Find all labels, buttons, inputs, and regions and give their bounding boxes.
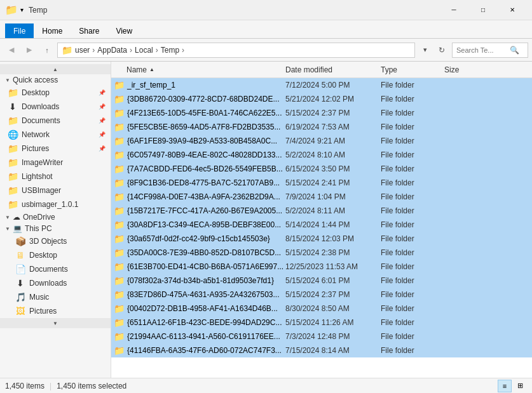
sidebar-item-label: Downloads	[22, 102, 93, 111]
col-header-name[interactable]: Name ▲	[114, 65, 285, 74]
search-icon: 🔍	[510, 46, 519, 55]
view-tiles-button[interactable]: ⊞	[513, 380, 527, 392]
sidebar-item-downloads[interactable]: ⬇ Downloads 📌	[0, 100, 111, 114]
3dobjects-icon: 📦	[15, 236, 25, 246]
pin-icon: 📌	[99, 90, 106, 96]
quick-access-group[interactable]: ▼ Quick access	[0, 74, 111, 86]
col-header-type[interactable]: Type	[381, 65, 444, 74]
address-dropdown-button[interactable]: ▾	[418, 43, 433, 58]
file-name-cell: 📁 {14CF998A-D0E7-43BA-A9FA-2362B2D9A...	[114, 192, 285, 202]
table-row[interactable]: 📁 {41146FBA-6A35-47F6-AD60-072AC747F3...…	[111, 343, 532, 357]
file-type-cell: File folder	[381, 290, 444, 299]
sidebar-item-usbimager[interactable]: 📁 USBImager	[0, 183, 111, 197]
file-list[interactable]: 📁 _ir_sf_temp_1 7/12/2024 5:00 PM File f…	[111, 78, 532, 378]
tab-share[interactable]: Share	[71, 23, 107, 38]
sidebar-item-label: usbimager_1.0.1	[22, 200, 106, 209]
expand-icon: ▼	[5, 226, 10, 232]
file-name-cell: 📁 {30a657df-0d2f-cc42-9bf9-c15cb145503e}	[114, 234, 285, 244]
table-row[interactable]: 📁 _ir_sf_temp_1 7/12/2024 5:00 PM File f…	[111, 78, 532, 92]
table-row[interactable]: 📁 {30A8DF13-C349-4ECA-895B-DEBF38E00... …	[111, 218, 532, 232]
folder-icon: 📁	[114, 122, 125, 132]
expand-icon: ▼	[5, 77, 10, 83]
forward-button[interactable]: ▶	[22, 43, 37, 58]
sidebar-item-pictures2[interactable]: 🖼 Pictures	[0, 304, 111, 318]
sidebar-item-desktop2[interactable]: 🖥 Desktop	[0, 248, 111, 262]
col-header-modified[interactable]: Date modified	[285, 65, 381, 74]
file-name-cell: 📁 {6C057497-80B9-4EAE-802C-48028DD133...	[114, 150, 285, 160]
tab-view[interactable]: View	[107, 23, 140, 38]
sidebar-item-desktop[interactable]: 📁 Desktop 📌	[0, 86, 111, 100]
file-name-cell: 📁 {30A8DF13-C349-4ECA-895B-DEBF38E00...	[114, 220, 285, 230]
view-details-button[interactable]: ≡	[498, 380, 512, 392]
sidebar-scroll-up[interactable]: ▲	[0, 64, 111, 74]
folder-icon: 📁	[114, 317, 125, 328]
file-modified-cell: 5/15/2024 2:41 PM	[285, 178, 381, 187]
table-row[interactable]: 📁 {7A7ACBDD-FED6-4ec5-BD26-5549FEB5B... …	[111, 162, 532, 176]
sidebar-scroll-down[interactable]: ▼	[0, 318, 111, 328]
sidebar-item-label: USBImager	[22, 186, 106, 195]
table-row[interactable]: 📁 {21994AAC-6113-4941-A560-C6191176EE...…	[111, 330, 532, 343]
path-appdata: AppData	[97, 46, 127, 55]
file-name: {41146FBA-6A35-47F6-AD60-072AC747F3...	[127, 346, 282, 355]
table-row[interactable]: 📁 {5FE5CB5E-8659-4AD5-A7F8-FD2BD3535... …	[111, 120, 532, 134]
col-name-label: Name	[126, 65, 147, 74]
table-row[interactable]: 📁 {30a657df-0d2f-cc42-9bf9-c15cb145503e}…	[111, 232, 532, 246]
folder-icon: 📁	[114, 192, 125, 202]
file-modified-cell: 8/15/2024 12:03 PM	[285, 234, 381, 243]
table-row[interactable]: 📁 {15B7217E-7FCC-417A-A260-B67E9A2005...…	[111, 204, 532, 218]
title-bar-icons: 📁 ▾	[5, 4, 24, 16]
close-button[interactable]: ✕	[498, 0, 527, 20]
tab-home[interactable]: Home	[34, 23, 71, 38]
sidebar-item-network[interactable]: 🌐 Network 📌	[0, 128, 111, 142]
pin-icon: 📌	[99, 145, 106, 152]
sidebar-item-music[interactable]: 🎵 Music	[0, 290, 111, 304]
table-row[interactable]: 📁 {35DA00C8-7E39-4BB0-852D-D8107BC5D... …	[111, 246, 532, 260]
sidebar-item-lightshot[interactable]: 📁 Lightshot	[0, 170, 111, 183]
back-button[interactable]: ◀	[4, 43, 19, 58]
content-area: Name ▲ Date modified Type Size 📁 _ir_sf_…	[111, 62, 532, 378]
table-row[interactable]: 📁 {8F9C1B36-DED8-4775-BA7C-521707AB9... …	[111, 176, 532, 190]
file-modified-cell: 6/19/2024 7:53 AM	[285, 123, 381, 131]
sidebar-item-imagewriter[interactable]: 📁 ImageWriter	[0, 156, 111, 170]
file-name-cell: 📁 {078f302a-374d-b34b-a5b1-81d9503e7fd1}	[114, 276, 285, 286]
column-headers: Name ▲ Date modified Type Size	[111, 62, 532, 78]
table-row[interactable]: 📁 {4F213E65-10D5-45FE-B0A1-746CA622E5...…	[111, 106, 532, 120]
file-type-cell: File folder	[381, 178, 444, 187]
thispc-group[interactable]: ▼ 💻 This PC	[0, 223, 111, 234]
ribbon-tabs: File Home Share View	[0, 20, 532, 38]
file-type-cell: File folder	[381, 123, 444, 131]
table-row[interactable]: 📁 {83E7D86D-475A-4631-A935-2A43267503...…	[111, 288, 532, 302]
table-row[interactable]: 📁 {6C057497-80B9-4EAE-802C-48028DD133...…	[111, 148, 532, 162]
table-row[interactable]: 📁 {3DB86720-0309-4772-8CD7-68DBD24DE... …	[111, 92, 532, 106]
address-path[interactable]: 📁 user › AppData › Local › Temp ›	[57, 43, 415, 58]
file-name: {4F213E65-10D5-45FE-B0A1-746CA622E5...	[127, 109, 282, 117]
quick-access-icon: ▾	[20, 6, 24, 13]
path-local: Local	[135, 46, 153, 55]
sidebar-item-3dobjects[interactable]: 📦 3D Objects	[0, 234, 111, 248]
minimize-button[interactable]: ─	[439, 0, 468, 20]
search-input[interactable]	[456, 46, 507, 54]
sidebar-item-usbimager2[interactable]: 📁 usbimager_1.0.1	[0, 197, 111, 211]
refresh-button[interactable]: ↻	[434, 43, 449, 58]
sidebar-item-documents[interactable]: 📁 Documents 📌	[0, 114, 111, 128]
sidebar-item-pictures[interactable]: 📁 Pictures 📌	[0, 142, 111, 156]
folder-icon: 🖼	[15, 306, 25, 316]
search-box[interactable]: 🔍	[452, 43, 528, 58]
file-name-cell: 📁 {35DA00C8-7E39-4BB0-852D-D8107BC5D...	[114, 248, 285, 258]
maximize-button[interactable]: □	[468, 0, 498, 20]
sidebar-item-downloads2[interactable]: ⬇ Downloads	[0, 276, 111, 290]
table-row[interactable]: 📁 {6511AA12-6F1B-423C-BEDE-994DAD29C... …	[111, 316, 532, 330]
table-row[interactable]: 📁 {078f302a-374d-b34b-a5b1-81d9503e7fd1}…	[111, 274, 532, 288]
file-type-cell: File folder	[381, 262, 444, 271]
sidebar-item-documents2[interactable]: 📄 Documents	[0, 262, 111, 276]
table-row[interactable]: 📁 {14CF998A-D0E7-43BA-A9FA-2362B2D9A... …	[111, 190, 532, 204]
file-modified-cell: 5/15/2024 2:37 PM	[285, 109, 381, 117]
col-header-size[interactable]: Size	[444, 65, 529, 74]
up-button[interactable]: ↑	[39, 43, 55, 58]
sidebar-item-label: Pictures	[29, 307, 106, 316]
table-row[interactable]: 📁 {00402D72-DB1B-4958-AF41-A1634D46B... …	[111, 302, 532, 316]
table-row[interactable]: 📁 {6AF1FE89-39A9-4B29-A533-80B458A0C... …	[111, 134, 532, 148]
tab-file[interactable]: File	[5, 23, 34, 38]
table-row[interactable]: 📁 {61E3B700-ED41-4CB0-B6BA-0571A6E997...…	[111, 260, 532, 274]
onedrive-group[interactable]: ▼ ☁ OneDrive	[0, 211, 111, 223]
